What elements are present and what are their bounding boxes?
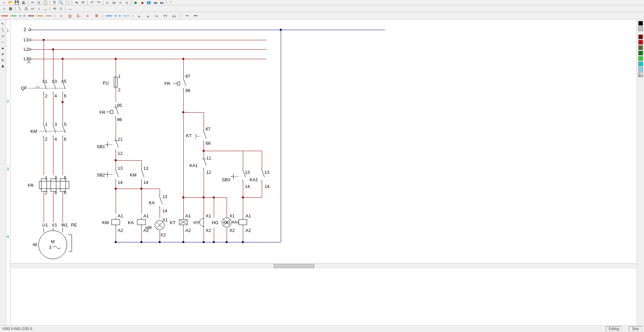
line-icon[interactable]: ╲ [17,6,22,11]
sb3-button[interactable] [231,168,249,183]
schematic-canvas[interactable]: Z L1 L2 L3 QF [11,20,511,263]
cursor-tool-icon[interactable]: ↖ [0,21,5,26]
plus-icon[interactable]: + [58,13,65,19]
align-icon[interactable]: ≡ [124,0,130,5]
color-gray[interactable] [638,26,643,31]
line-color-4[interactable] [28,13,34,19]
pause-icon[interactable]: ▮▮ [146,0,152,5]
km-aux-contact[interactable] [139,168,149,182]
coil-icon-3[interactable]: ⩙ [153,13,160,19]
line-color-3[interactable] [19,13,26,19]
rect-tool-icon[interactable]: ▭ [0,33,5,39]
step-back-icon[interactable]: ⏮ [153,0,158,5]
svg-line-27 [63,125,65,133]
sb1-button[interactable] [105,137,123,153]
find-icon[interactable]: ⚲ [52,0,57,5]
color-custom[interactable] [638,72,643,77]
grid-icon[interactable]: ▦ [8,6,13,11]
kt-timed-contact[interactable] [193,129,210,143]
text-a-icon[interactable]: A↓ [105,0,110,5]
rect-icon[interactable]: ▭ [30,6,35,11]
color-olive[interactable] [638,45,643,50]
stop-icon[interactable]: ■ [140,0,145,5]
color-red[interactable] [638,40,643,45]
line-color-2[interactable] [10,13,17,19]
fuse[interactable] [112,76,119,89]
coil-icon-2[interactable]: ⏛ [144,13,151,19]
copy-icon[interactable]: ⎘ [36,0,42,5]
dash-3[interactable] [123,13,130,19]
text-c-icon[interactable]: A [118,0,123,5]
color-sky[interactable] [638,67,643,72]
undo-icon[interactable]: ↶ [89,0,95,5]
line-color-1[interactable] [1,13,8,19]
help-icon[interactable]: ? [168,0,174,5]
color-dark-red[interactable] [638,34,643,39]
dash-2[interactable] [114,13,121,19]
hr-lamp[interactable] [154,220,165,231]
zoom-fit-icon[interactable]: ⛶ [65,0,70,5]
ka1-nc-contact[interactable] [200,156,210,170]
bars-icon-1[interactable]: ||| [67,13,73,19]
line-tool-icon[interactable]: ╲ [0,27,5,32]
svg-rect-32 [60,179,66,191]
fr-nc-contact[interactable] [106,104,127,120]
coil-icon-5[interactable]: ⫰⫰ [171,13,178,19]
center-icon[interactable]: ◇ [58,6,64,11]
km-contactor[interactable] [40,123,70,139]
filled-ellipse-icon[interactable]: ● [0,45,5,51]
new-icon[interactable]: ▫ [1,0,7,5]
cap-o2-icon[interactable]: ⊷ [192,13,199,19]
component-tool-icon[interactable]: ⧈ [0,51,5,57]
kt-coil[interactable] [179,217,188,227]
sb2-button[interactable] [105,168,123,182]
qf-breaker[interactable] [28,79,69,96]
zoom-icon[interactable]: 🔍 [58,0,64,5]
snap-icon[interactable]: ⊹ [1,6,7,11]
text-tool-icon[interactable]: A [0,64,5,69]
pen-tool-icon[interactable]: ✎ [0,57,5,63]
print-icon[interactable]: 🖶 [21,0,26,5]
bars-right-icon[interactable]: ≣ [93,13,100,19]
cap-o-icon[interactable]: ⊸ [183,13,190,19]
coil-icon-1[interactable]: ⏚ [136,13,142,19]
horizontal-scrollbar[interactable] [11,263,637,268]
ellipse-tool-icon[interactable]: ○ [0,39,5,45]
play-icon[interactable]: ▶ [133,0,139,5]
flip-icon[interactable]: ⇋ [74,0,79,5]
bars-left-icon[interactable]: ≡ [84,13,91,19]
bars-icon-2[interactable]: ||₊ [75,13,82,19]
open-icon[interactable]: 📂 [8,0,13,5]
km-coil[interactable] [111,217,120,227]
circle-icon[interactable]: ○ [36,6,42,11]
step-fwd-icon[interactable]: ⏭ [159,0,164,5]
ka-coil[interactable] [137,217,146,227]
color-black[interactable] [638,21,643,26]
hy-lamp[interactable] [199,218,208,227]
svg-line-97 [243,170,246,177]
canvas-area[interactable]: Z L1 L2 L3 QF [11,20,637,325]
cut-icon[interactable]: ✂ [30,0,35,5]
redo-icon[interactable]: ↷ [96,0,101,5]
minus-icon[interactable]: — [67,6,73,11]
coil-icon-4[interactable]: ⫯⫯ [162,13,169,19]
fr-no-contact[interactable] [173,76,193,91]
motor[interactable]: M 3 [38,228,75,262]
save-icon[interactable]: 💾 [14,0,20,5]
polyline-icon[interactable]: ⋀ [23,6,29,11]
line-color-6[interactable] [45,13,52,19]
line-color-5[interactable] [37,13,43,19]
text-b-icon[interactable]: ab [111,0,117,5]
paste-icon[interactable]: 📋 [43,0,48,5]
ka-aux-contact[interactable] [157,195,167,209]
rotate-icon[interactable]: ⟳ [80,0,86,5]
ka1-coil[interactable] [238,217,248,227]
dash-1[interactable] [106,13,112,19]
arc-icon[interactable]: ◡ [43,6,48,11]
color-cyan[interactable] [638,62,643,66]
ka1-aux-contact[interactable] [259,168,269,183]
color-green[interactable] [638,51,643,55]
crosshair-icon[interactable]: ✛ [52,6,57,11]
svg-line-21 [44,125,46,133]
color-lime[interactable] [638,56,643,61]
